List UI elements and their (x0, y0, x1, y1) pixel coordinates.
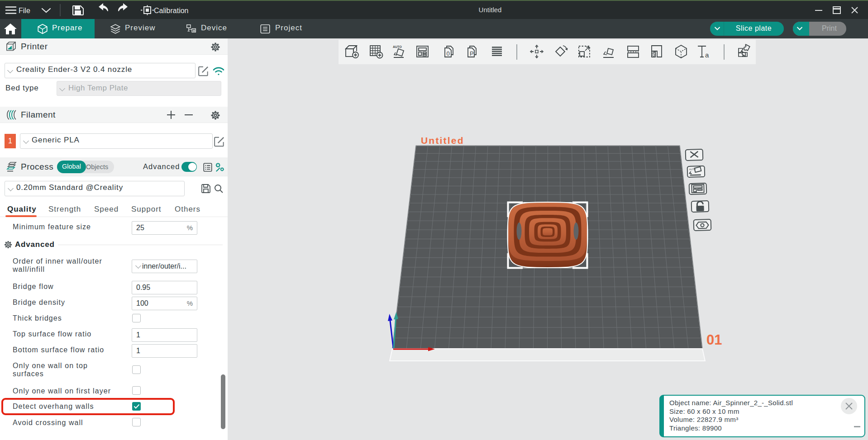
svg-text:P: P (470, 50, 474, 57)
svg-text:01: 01 (706, 332, 722, 348)
svg-text:Calibration: Calibration (154, 7, 188, 14)
svg-text:a: a (705, 51, 709, 59)
svg-text:AUTO: AUTO (393, 45, 402, 48)
svg-text:File: File (19, 7, 30, 14)
svg-text:AUTO: AUTO (689, 168, 696, 170)
svg-text:0: 0 (447, 50, 450, 57)
svg-text:Untitled: Untitled (421, 135, 464, 146)
